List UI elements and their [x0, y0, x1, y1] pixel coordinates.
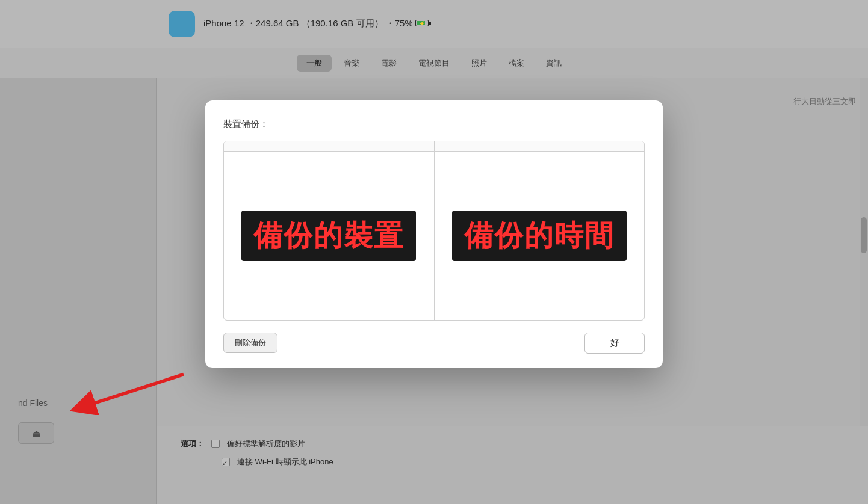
arrow-annotation: [57, 361, 202, 415]
col-device-header: [224, 141, 435, 151]
backup-table-body: 備份的裝置 備份的時間: [224, 152, 644, 320]
backup-body-time: 備份的時間: [435, 152, 645, 320]
modal-overlay: 裝置備份： 備份的裝置 備份的時間 刪除備份 好: [0, 0, 868, 504]
backup-body-device: 備份的裝置: [224, 152, 435, 320]
modal-dialog: 裝置備份： 備份的裝置 備份的時間 刪除備份 好: [205, 100, 663, 368]
col-time-header: [435, 141, 645, 151]
backup-table: 備份的裝置 備份的時間: [223, 141, 645, 321]
modal-title: 裝置備份：: [223, 118, 645, 130]
annotation-device-label: 備份的裝置: [241, 211, 416, 261]
delete-backup-button[interactable]: 刪除備份: [223, 333, 277, 353]
annotation-time-label: 備份的時間: [452, 211, 627, 261]
ok-button[interactable]: 好: [584, 333, 645, 354]
backup-table-header: [224, 141, 644, 152]
svg-line-1: [89, 375, 184, 405]
modal-buttons: 刪除備份 好: [223, 333, 645, 354]
